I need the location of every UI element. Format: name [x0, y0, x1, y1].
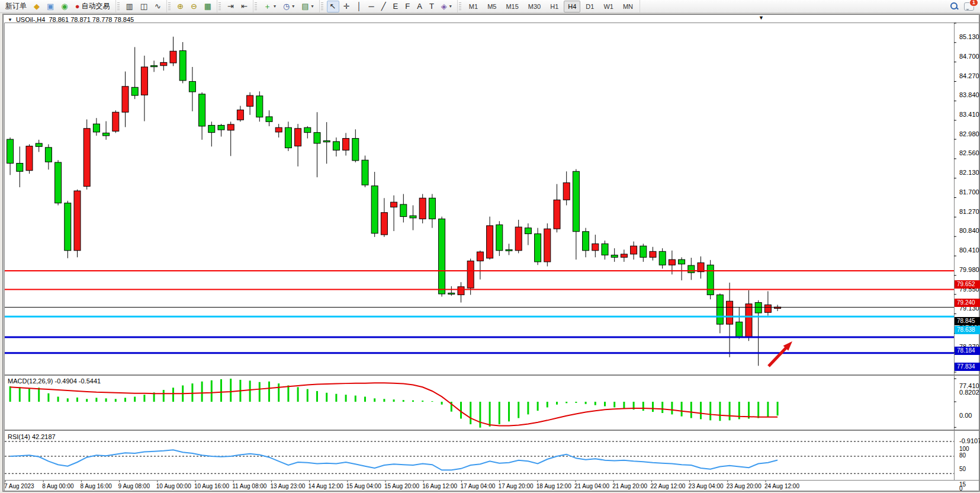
- bear-candle: [736, 322, 743, 337]
- trendline-icon: ╱: [381, 2, 386, 11]
- chart-window[interactable]: ▼ USOil-,H4 78.861 78.871 78.778 78.845 …: [2, 14, 980, 492]
- vertical-line-icon[interactable]: │: [354, 1, 364, 12]
- rsi-axis-tick: 50: [959, 466, 966, 472]
- time-axis-label: 17 Aug 04:00: [460, 483, 495, 489]
- macd-axis-tick: 0.8202: [959, 389, 979, 396]
- gold-symbol-icon[interactable]: ◆: [31, 1, 43, 12]
- text-icon: A: [417, 2, 422, 11]
- timeframe-m30[interactable]: M30: [524, 1, 545, 12]
- bull-candle: [669, 260, 675, 265]
- price-axis-tick: 82.560: [959, 149, 979, 156]
- timeframe-h1[interactable]: H1: [546, 1, 563, 12]
- chart-symbol-period: USOil-,H4: [16, 16, 46, 23]
- chevron-down-icon[interactable]: ▾: [449, 4, 452, 9]
- bull-candle: [592, 244, 599, 250]
- price-axis-tick: 82.130: [959, 169, 979, 176]
- equidistant-channel-icon[interactable]: E: [390, 1, 401, 12]
- fibonacci-icon: F: [405, 2, 410, 11]
- line-chart-icon: ∿: [155, 2, 161, 11]
- add-indicator-button[interactable]: ＋▾: [261, 1, 279, 12]
- time-axis-label: 16 Aug 12:00: [422, 483, 457, 489]
- notifications-button[interactable]: 1: [964, 2, 974, 11]
- time-axis-label: 24 Aug 12:00: [764, 483, 799, 489]
- bear-candle: [659, 251, 666, 265]
- rsi-axis-tick: 0: [959, 485, 963, 492]
- candlestick-chart-icon[interactable]: ◫: [137, 1, 150, 12]
- chevron-down-icon[interactable]: ▾: [292, 4, 294, 9]
- timeframe-m5[interactable]: M5: [483, 1, 500, 12]
- search-icon[interactable]: [950, 2, 958, 10]
- bear-candle: [448, 293, 455, 294]
- template-button[interactable]: ▤▾: [298, 1, 316, 12]
- autotrading-button[interactable]: ●自动交易: [72, 1, 113, 12]
- bear-candle: [285, 127, 291, 148]
- bear-candle: [707, 265, 714, 294]
- crosshair-icon[interactable]: ✛: [340, 1, 353, 12]
- timeframe-m15[interactable]: M15: [502, 1, 522, 12]
- signal-broadcast-icon[interactable]: ◉: [58, 1, 70, 12]
- bull-candle: [343, 139, 349, 151]
- cursor-icon: ↖: [330, 2, 336, 11]
- bear-candle: [36, 143, 42, 146]
- bull-candle: [621, 254, 627, 257]
- trade-group: 新订单◆▣◉●自动交易: [0, 0, 116, 12]
- text-icon[interactable]: A: [414, 1, 425, 12]
- tile-windows-icon[interactable]: ▦: [201, 1, 214, 12]
- timeframe-d1[interactable]: D1: [581, 1, 598, 12]
- price-line-tag: 78.845: [955, 317, 980, 325]
- fibonacci-icon[interactable]: F: [402, 1, 413, 12]
- bull-candle: [237, 110, 243, 120]
- chart-collapse-icon[interactable]: ▼: [8, 17, 12, 23]
- price-line-tag: 78.638: [955, 326, 980, 334]
- line-chart-icon[interactable]: ∿: [152, 1, 164, 12]
- price-line-tag: 79.652: [955, 280, 980, 289]
- arrows-icon: ◈: [441, 2, 447, 11]
- period-clock-button[interactable]: ◷▾: [280, 1, 297, 12]
- timeframe-m1[interactable]: M1: [465, 1, 482, 12]
- bull-candle: [650, 251, 656, 257]
- bear-candle: [611, 255, 618, 257]
- auto-scroll-icon: ⇥: [227, 2, 234, 11]
- text-label-icon[interactable]: T: [426, 1, 437, 12]
- bull-candle: [160, 62, 167, 65]
- bar-chart-icon[interactable]: ▥: [123, 1, 136, 12]
- cursor-icon[interactable]: ↖: [327, 1, 339, 12]
- bear-candle: [496, 225, 503, 250]
- timeframe-w1[interactable]: W1: [599, 1, 618, 12]
- chart-canvas[interactable]: [3, 14, 979, 491]
- time-axis-label: 15 Aug 20:00: [384, 483, 419, 489]
- timeframe-mn[interactable]: MN: [619, 1, 637, 12]
- bear-candle: [256, 96, 263, 117]
- bull-candle: [247, 95, 253, 106]
- price-axis-tick: 80.840: [959, 227, 979, 234]
- rsi-axis-tick: 100: [959, 446, 969, 452]
- price-line-tag: 78.184: [955, 347, 980, 355]
- price-axis-tick: 82.980: [959, 130, 979, 137]
- new-order-button[interactable]: 新订单: [2, 1, 30, 12]
- bull-candle: [631, 246, 637, 254]
- bear-candle: [65, 203, 71, 251]
- trendline-icon[interactable]: ╱: [378, 1, 389, 12]
- chevron-down-icon[interactable]: ▾: [311, 4, 314, 9]
- equidistant-channel-icon: E: [393, 2, 399, 11]
- bear-candle: [189, 81, 195, 92]
- notification-badge: 1: [969, 0, 978, 7]
- bear-candle: [266, 117, 272, 121]
- timeframe-h4[interactable]: H4: [564, 1, 580, 12]
- chevron-down-icon[interactable]: ▾: [274, 4, 276, 9]
- new-order-button-label: 新订单: [5, 1, 27, 11]
- auto-scroll-icon[interactable]: ⇥: [224, 1, 237, 12]
- zoom-out-icon[interactable]: ⊖: [188, 1, 200, 12]
- zoom-in-icon[interactable]: ⊕: [174, 1, 187, 12]
- horizontal-line-icon[interactable]: ─: [366, 1, 377, 12]
- bull-candle: [391, 202, 397, 207]
- bear-candle: [7, 139, 14, 163]
- bear-candle: [573, 171, 579, 231]
- scroll-to-end-marker[interactable]: ▼: [759, 15, 764, 21]
- terminal-window-icon[interactable]: ▣: [44, 1, 57, 12]
- bear-candle: [208, 125, 215, 132]
- arrows-icon[interactable]: ◈▾: [438, 1, 455, 12]
- main-toolbar: 新订单◆▣◉●自动交易▥◫∿⊕⊖▦⇥⇤＋▾◷▾▤▾↖✛│─╱EFAT◈▾M1M5…: [0, 0, 980, 13]
- chart-shift-icon[interactable]: ⇤: [238, 1, 250, 12]
- bear-candle: [439, 219, 445, 294]
